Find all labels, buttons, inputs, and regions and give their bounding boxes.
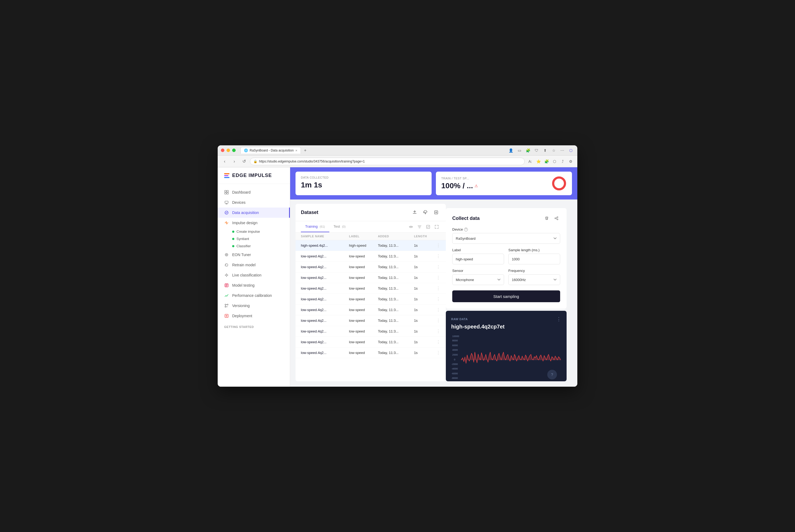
table-row[interactable]: low-speed.4q2... low-speed Today, 11:3..…: [295, 305, 446, 315]
row-more-icon[interactable]: ⋮: [433, 350, 440, 355]
maximize-button[interactable]: [232, 149, 236, 152]
row-more-icon[interactable]: ⋮: [433, 243, 440, 248]
live-classification-icon: [224, 273, 229, 278]
svg-point-8: [226, 274, 227, 276]
sidebar-item-impulse-design[interactable]: Impulse design: [218, 218, 290, 228]
table-row[interactable]: low-speed.4q2... low-speed Today, 11:3..…: [295, 347, 446, 358]
sensor-select[interactable]: Microphone: [452, 274, 504, 285]
svg-point-6: [225, 253, 228, 256]
cell-length: 1s: [414, 254, 433, 258]
tab-test[interactable]: Test (0): [329, 221, 350, 232]
more-icon[interactable]: ⋯: [559, 147, 565, 154]
cell-label: low-speed: [349, 340, 378, 344]
cell-length: 1s: [414, 244, 433, 247]
row-more-icon[interactable]: ⋮: [433, 286, 440, 291]
browser-window: 🌐 RaSynBoard - Data acquisition ✕ + 👤 ▭ …: [218, 145, 577, 387]
expand-icon[interactable]: [433, 223, 440, 231]
sidebar-label-classifier: Classifier: [236, 244, 251, 248]
table-row[interactable]: low-speed.4q2... low-speed Today, 11:3..…: [295, 294, 446, 305]
translate-icon[interactable]: ⭐: [535, 158, 542, 165]
browser-tab[interactable]: 🌐 RaSynBoard - Data acquisition ✕: [240, 147, 301, 154]
row-more-icon[interactable]: ⋮: [433, 264, 440, 269]
svg-point-23: [557, 219, 558, 220]
minimize-button[interactable]: [227, 149, 230, 152]
settings-icon[interactable]: ⚙: [567, 158, 574, 165]
tab-close-icon[interactable]: ✕: [295, 149, 297, 152]
row-more-icon[interactable]: ⋮: [433, 340, 440, 345]
row-more-icon[interactable]: ⋮: [433, 275, 440, 280]
cloud-upload-button[interactable]: [421, 208, 430, 217]
row-more-icon[interactable]: ⋮: [433, 307, 440, 312]
cell-label: low-speed: [349, 319, 378, 323]
table-row[interactable]: low-speed.4q2... low-speed Today, 11:3..…: [295, 315, 446, 326]
device-select[interactable]: RaSynBoard: [452, 233, 560, 244]
extensions-icon[interactable]: 🧩: [525, 147, 531, 154]
select-all-icon[interactable]: [424, 223, 432, 231]
sidebar-item-retrain-model[interactable]: Retrain model: [218, 260, 290, 270]
trash-icon[interactable]: [543, 214, 550, 222]
device-help-icon[interactable]: ?: [464, 228, 468, 231]
extensions-bar-icon[interactable]: 🧩: [543, 158, 550, 165]
svg-text:-2000: -2000: [451, 363, 458, 365]
table-row[interactable]: low-speed.4q2... low-speed Today, 11:3..…: [295, 283, 446, 294]
shield-icon[interactable]: 🛡: [533, 147, 540, 154]
label-input[interactable]: [452, 254, 504, 264]
sidebar-item-deployment[interactable]: Deployment: [218, 311, 290, 321]
table-row[interactable]: low-speed.4q2... low-speed Today, 11:3..…: [295, 326, 446, 337]
row-more-icon[interactable]: ⋮: [433, 329, 440, 334]
svg-rect-0: [225, 190, 226, 192]
sidebar-item-eon-tuner[interactable]: EON Tuner: [218, 250, 290, 260]
share-data-icon[interactable]: [553, 214, 560, 222]
back-button[interactable]: ‹: [221, 158, 229, 165]
frequency-label: Frequency: [508, 269, 560, 273]
profile-icon[interactable]: ⬡: [551, 158, 558, 165]
raw-data-more-icon[interactable]: ⋮: [556, 316, 561, 322]
cell-added: Today, 11:3...: [378, 286, 414, 290]
table-row[interactable]: high-speed.4q2... high-speed Today, 11:3…: [295, 240, 446, 251]
frequency-select[interactable]: 16000Hz: [508, 274, 560, 285]
help-button[interactable]: ?: [547, 370, 557, 379]
sidebar-item-performance-calibration[interactable]: Performance calibration: [218, 290, 290, 301]
url-input[interactable]: 🔒 https://studio.edgeimpulse.com/studio/…: [250, 158, 525, 165]
cell-length: 1s: [414, 351, 433, 355]
autobalance-icon[interactable]: [407, 223, 415, 231]
share-icon[interactable]: ⬆: [542, 147, 548, 154]
upload-button[interactable]: [410, 208, 419, 217]
sidebar-item-model-testing[interactable]: Model testing: [218, 280, 290, 290]
sample-length-input[interactable]: [508, 254, 560, 264]
row-more-icon[interactable]: ⋮: [433, 297, 440, 302]
sensor-frequency-row: Sensor Microphone Frequency 16000Hz: [452, 269, 560, 289]
export-button[interactable]: [432, 208, 440, 217]
filter-icon[interactable]: [416, 223, 423, 231]
sidebar-item-create-impulse[interactable]: Create impulse: [218, 228, 290, 235]
sidebar-item-dashboard[interactable]: Dashboard: [218, 187, 290, 197]
table-row[interactable]: low-speed.4q2... low-speed Today, 11:3..…: [295, 272, 446, 283]
sidebar-item-classifier[interactable]: Classifier: [218, 242, 290, 250]
bookmark-icon[interactable]: ☆: [550, 147, 557, 154]
sidebar-item-versioning[interactable]: Versioning: [218, 301, 290, 311]
row-more-icon[interactable]: ⋮: [433, 318, 440, 323]
sidebar-item-data-acquisition[interactable]: Data acquisition: [218, 208, 290, 218]
sidebar-item-syntiant[interactable]: Syntiant: [218, 235, 290, 242]
table-row[interactable]: low-speed.4q2... low-speed Today, 11:3..…: [295, 262, 446, 272]
person-icon[interactable]: 👤: [508, 147, 514, 154]
sidebar-toggle-icon[interactable]: ▭: [516, 147, 523, 154]
sidebar-item-live-classification[interactable]: Live classification: [218, 270, 290, 280]
forward-button[interactable]: ›: [231, 158, 238, 165]
new-tab-button[interactable]: +: [302, 147, 308, 154]
logo-bar-purple: [224, 175, 229, 176]
share-bar-icon[interactable]: ⤴: [559, 158, 566, 165]
tab-training[interactable]: Training (61): [301, 221, 329, 232]
reload-button[interactable]: ↺: [240, 158, 248, 165]
reader-mode-icon[interactable]: Aː: [527, 158, 534, 165]
dot-classifier: [232, 245, 234, 247]
sidebar-label-performance-calibration: Performance calibration: [232, 293, 272, 298]
start-sampling-button[interactable]: Start sampling: [452, 290, 560, 302]
close-button[interactable]: [221, 149, 224, 152]
cell-added: Today, 11:3...: [378, 265, 414, 269]
table-row[interactable]: low-speed.4q2... low-speed Today, 11:3..…: [295, 251, 446, 262]
row-more-icon[interactable]: ⋮: [433, 254, 440, 259]
table-row[interactable]: low-speed.4q2... low-speed Today, 11:3..…: [295, 337, 446, 347]
browser-action-icon[interactable]: ⬡: [568, 147, 574, 154]
sidebar-item-devices[interactable]: Devices: [218, 197, 290, 208]
